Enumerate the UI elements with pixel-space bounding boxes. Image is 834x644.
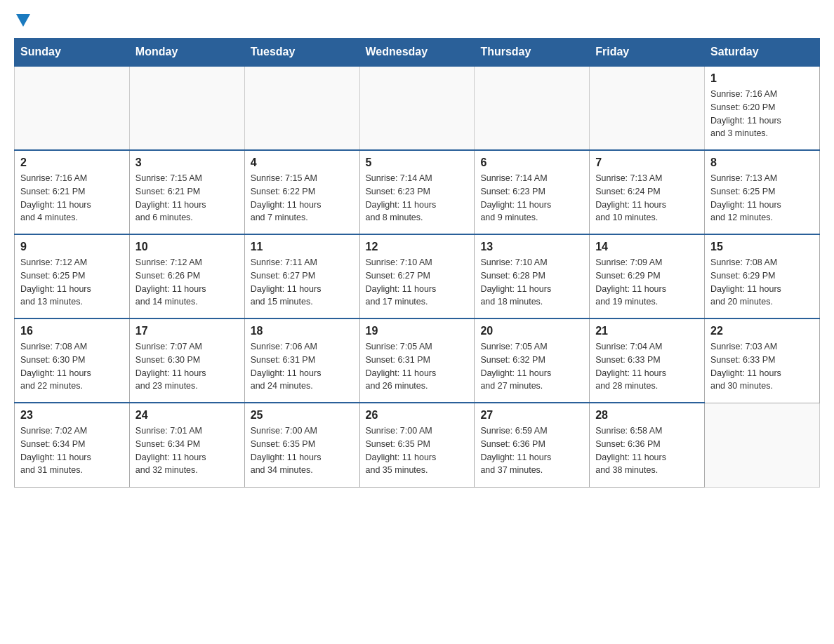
day-number: 4 <box>251 156 354 169</box>
day-info: Sunrise: 7:02 AM Sunset: 6:34 PM Dayligh… <box>20 424 124 477</box>
weekday-header-sunday: Sunday <box>15 39 130 67</box>
calendar-cell: 12Sunrise: 7:10 AM Sunset: 6:27 PM Dayli… <box>359 234 475 318</box>
weekday-header-saturday: Saturday <box>705 39 820 67</box>
calendar-cell: 9Sunrise: 7:12 AM Sunset: 6:25 PM Daylig… <box>15 234 130 318</box>
weekday-header-tuesday: Tuesday <box>244 39 359 67</box>
calendar-cell: 19Sunrise: 7:05 AM Sunset: 6:31 PM Dayli… <box>359 318 475 403</box>
calendar-cell <box>129 66 244 150</box>
calendar-week-2: 2Sunrise: 7:16 AM Sunset: 6:21 PM Daylig… <box>15 150 820 234</box>
calendar-cell <box>590 66 705 150</box>
calendar-cell: 10Sunrise: 7:12 AM Sunset: 6:26 PM Dayli… <box>129 234 244 318</box>
calendar-cell <box>244 66 359 150</box>
calendar-cell: 28Sunrise: 6:58 AM Sunset: 6:36 PM Dayli… <box>590 403 705 487</box>
calendar-cell: 27Sunrise: 6:59 AM Sunset: 6:36 PM Dayli… <box>475 403 590 487</box>
logo-arrow-icon <box>16 14 30 27</box>
calendar-cell <box>359 66 475 150</box>
calendar-cell: 22Sunrise: 7:03 AM Sunset: 6:33 PM Dayli… <box>705 318 820 403</box>
day-info: Sunrise: 7:04 AM Sunset: 6:33 PM Dayligh… <box>595 340 699 393</box>
calendar-cell: 11Sunrise: 7:11 AM Sunset: 6:27 PM Dayli… <box>244 234 359 318</box>
day-number: 15 <box>710 241 814 253</box>
day-number: 16 <box>20 325 124 337</box>
day-info: Sunrise: 7:06 AM Sunset: 6:31 PM Dayligh… <box>251 340 354 393</box>
day-info: Sunrise: 7:01 AM Sunset: 6:34 PM Dayligh… <box>135 424 239 477</box>
calendar-cell: 8Sunrise: 7:13 AM Sunset: 6:25 PM Daylig… <box>705 150 820 234</box>
day-info: Sunrise: 7:12 AM Sunset: 6:25 PM Dayligh… <box>20 256 124 309</box>
calendar-cell: 26Sunrise: 7:00 AM Sunset: 6:35 PM Dayli… <box>359 403 475 487</box>
day-info: Sunrise: 7:11 AM Sunset: 6:27 PM Dayligh… <box>251 256 354 309</box>
day-info: Sunrise: 7:16 AM Sunset: 6:21 PM Dayligh… <box>20 172 124 224</box>
calendar-week-5: 23Sunrise: 7:02 AM Sunset: 6:34 PM Dayli… <box>15 403 820 487</box>
calendar-cell: 15Sunrise: 7:08 AM Sunset: 6:29 PM Dayli… <box>705 234 820 318</box>
calendar-cell: 24Sunrise: 7:01 AM Sunset: 6:34 PM Dayli… <box>129 403 244 487</box>
day-number: 1 <box>710 72 814 85</box>
calendar-cell: 7Sunrise: 7:13 AM Sunset: 6:24 PM Daylig… <box>590 150 705 234</box>
day-info: Sunrise: 7:03 AM Sunset: 6:33 PM Dayligh… <box>710 340 814 393</box>
day-info: Sunrise: 7:12 AM Sunset: 6:26 PM Dayligh… <box>135 256 239 309</box>
day-info: Sunrise: 7:09 AM Sunset: 6:29 PM Dayligh… <box>595 256 699 309</box>
calendar-cell: 21Sunrise: 7:04 AM Sunset: 6:33 PM Dayli… <box>590 318 705 403</box>
calendar-cell: 6Sunrise: 7:14 AM Sunset: 6:23 PM Daylig… <box>475 150 590 234</box>
day-number: 23 <box>20 409 124 422</box>
day-number: 14 <box>595 241 699 253</box>
day-info: Sunrise: 7:05 AM Sunset: 6:32 PM Dayligh… <box>480 340 583 393</box>
calendar-cell: 3Sunrise: 7:15 AM Sunset: 6:21 PM Daylig… <box>129 150 244 234</box>
calendar-cell: 20Sunrise: 7:05 AM Sunset: 6:32 PM Dayli… <box>475 318 590 403</box>
day-number: 28 <box>595 409 699 422</box>
day-number: 3 <box>135 156 239 169</box>
day-number: 22 <box>710 325 814 337</box>
day-info: Sunrise: 7:08 AM Sunset: 6:29 PM Dayligh… <box>710 256 814 309</box>
day-info: Sunrise: 7:14 AM Sunset: 6:23 PM Dayligh… <box>366 172 469 224</box>
day-number: 27 <box>480 409 583 422</box>
day-info: Sunrise: 7:14 AM Sunset: 6:23 PM Dayligh… <box>480 172 583 224</box>
calendar-cell: 17Sunrise: 7:07 AM Sunset: 6:30 PM Dayli… <box>129 318 244 403</box>
calendar-cell <box>15 66 130 150</box>
calendar-cell <box>705 403 820 487</box>
day-number: 6 <box>480 156 583 169</box>
calendar-cell: 25Sunrise: 7:00 AM Sunset: 6:35 PM Dayli… <box>244 403 359 487</box>
day-number: 2 <box>20 156 124 169</box>
weekday-header-friday: Friday <box>590 39 705 67</box>
day-info: Sunrise: 7:08 AM Sunset: 6:30 PM Dayligh… <box>20 340 124 393</box>
day-number: 19 <box>366 325 469 337</box>
day-number: 21 <box>595 325 699 337</box>
day-info: Sunrise: 7:13 AM Sunset: 6:25 PM Dayligh… <box>710 172 814 224</box>
day-number: 25 <box>251 409 354 422</box>
calendar-cell: 14Sunrise: 7:09 AM Sunset: 6:29 PM Dayli… <box>590 234 705 318</box>
day-info: Sunrise: 7:05 AM Sunset: 6:31 PM Dayligh… <box>366 340 469 393</box>
calendar-cell: 5Sunrise: 7:14 AM Sunset: 6:23 PM Daylig… <box>359 150 475 234</box>
weekday-header-row: SundayMondayTuesdayWednesdayThursdayFrid… <box>15 39 820 67</box>
day-info: Sunrise: 7:10 AM Sunset: 6:28 PM Dayligh… <box>480 256 583 309</box>
calendar-cell: 23Sunrise: 7:02 AM Sunset: 6:34 PM Dayli… <box>15 403 130 487</box>
day-number: 10 <box>135 241 239 253</box>
day-info: Sunrise: 7:07 AM Sunset: 6:30 PM Dayligh… <box>135 340 239 393</box>
calendar-week-1: 1Sunrise: 7:16 AM Sunset: 6:20 PM Daylig… <box>15 66 820 150</box>
page-header <box>14 14 820 31</box>
day-info: Sunrise: 7:13 AM Sunset: 6:24 PM Dayligh… <box>595 172 699 224</box>
calendar-cell: 2Sunrise: 7:16 AM Sunset: 6:21 PM Daylig… <box>15 150 130 234</box>
calendar-week-3: 9Sunrise: 7:12 AM Sunset: 6:25 PM Daylig… <box>15 234 820 318</box>
day-info: Sunrise: 7:00 AM Sunset: 6:35 PM Dayligh… <box>251 424 354 477</box>
day-number: 12 <box>366 241 469 253</box>
logo <box>14 14 30 31</box>
calendar-cell: 18Sunrise: 7:06 AM Sunset: 6:31 PM Dayli… <box>244 318 359 403</box>
day-number: 26 <box>366 409 469 422</box>
weekday-header-wednesday: Wednesday <box>359 39 475 67</box>
day-info: Sunrise: 7:15 AM Sunset: 6:21 PM Dayligh… <box>135 172 239 224</box>
day-number: 13 <box>480 241 583 253</box>
calendar-cell: 13Sunrise: 7:10 AM Sunset: 6:28 PM Dayli… <box>475 234 590 318</box>
calendar-table: SundayMondayTuesdayWednesdayThursdayFrid… <box>14 38 820 488</box>
day-number: 20 <box>480 325 583 337</box>
day-number: 7 <box>595 156 699 169</box>
calendar-cell: 1Sunrise: 7:16 AM Sunset: 6:20 PM Daylig… <box>705 66 820 150</box>
calendar-cell: 4Sunrise: 7:15 AM Sunset: 6:22 PM Daylig… <box>244 150 359 234</box>
weekday-header-monday: Monday <box>129 39 244 67</box>
day-number: 17 <box>135 325 239 337</box>
day-number: 5 <box>366 156 469 169</box>
day-info: Sunrise: 7:10 AM Sunset: 6:27 PM Dayligh… <box>366 256 469 309</box>
day-number: 9 <box>20 241 124 253</box>
day-number: 24 <box>135 409 239 422</box>
day-info: Sunrise: 7:00 AM Sunset: 6:35 PM Dayligh… <box>366 424 469 477</box>
weekday-header-thursday: Thursday <box>475 39 590 67</box>
day-info: Sunrise: 7:15 AM Sunset: 6:22 PM Dayligh… <box>251 172 354 224</box>
day-info: Sunrise: 7:16 AM Sunset: 6:20 PM Dayligh… <box>710 88 814 140</box>
